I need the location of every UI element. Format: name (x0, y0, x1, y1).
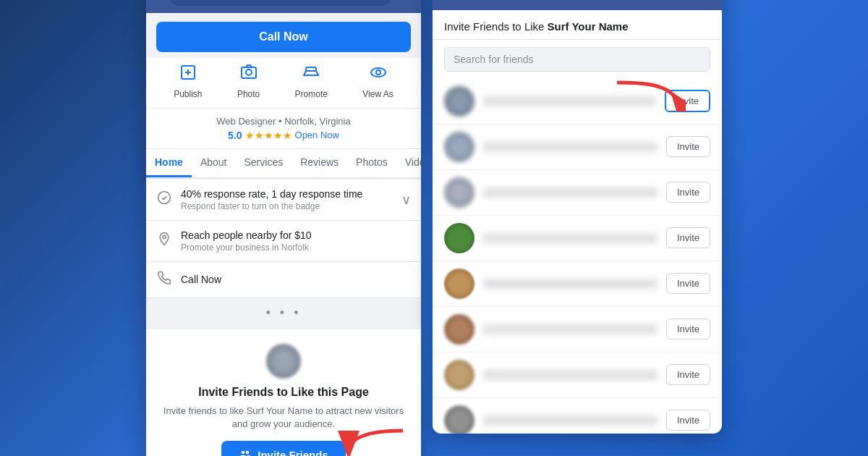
dots-separator: • • • (146, 298, 421, 328)
friend-avatar (444, 223, 475, 253)
rating-row: 5.0 ★★★★★ Open Now (156, 130, 411, 141)
tab-about[interactable]: About (192, 149, 236, 177)
tab-video[interactable]: Video (396, 149, 421, 177)
friend-name (483, 233, 658, 243)
location-icon (156, 232, 172, 250)
invite-button-3[interactable]: Invite (666, 182, 710, 203)
friend-name (483, 142, 658, 152)
friend-row: Invite (433, 352, 722, 398)
right-header: ‹ Invite Friends (433, 0, 722, 10)
reach-people-row[interactable]: Reach people nearby for $10 Promote your… (146, 221, 421, 262)
tab-home[interactable]: Home (146, 149, 192, 177)
open-now: Open Now (295, 130, 339, 140)
friend-name (483, 370, 658, 380)
friend-avatar (444, 360, 475, 390)
back-button-left[interactable]: ‹ (156, 0, 161, 3)
friend-name (483, 96, 656, 106)
invite-header-section: Invite Friends to Like Surf Your Name (433, 10, 722, 40)
friends-list: Invite Invite Inv (433, 79, 722, 434)
friend-avatar (444, 132, 475, 162)
friend-row: Invite (433, 307, 722, 352)
call-content: Call Now (181, 274, 411, 285)
page-subtitle: Web Designer • Norfolk, Virginia (156, 116, 411, 127)
photo-icon (240, 64, 258, 85)
stars: ★★★★★ (245, 130, 292, 141)
invite-button-4[interactable]: Invite (666, 227, 710, 248)
action-bar: Publish Photo (146, 58, 421, 109)
call-title: Call Now (181, 274, 411, 285)
invite-friends-icon (239, 448, 252, 456)
response-icon (156, 190, 172, 208)
friend-avatar (444, 314, 475, 345)
more-button[interactable]: ··· (400, 0, 411, 2)
response-sub: Respond faster to turn on the badge (181, 201, 393, 211)
friend-row: Invite (433, 170, 722, 216)
invite-friends-button[interactable]: Invite Friends (221, 441, 346, 456)
response-rate-row[interactable]: 40% response rate, 1 day response time R… (146, 180, 421, 221)
view-as-label: View As (362, 89, 393, 99)
publish-label: Publish (174, 89, 202, 99)
invite-section: Invite Friends to Like this Page Invite … (146, 329, 421, 456)
reach-content: Reach people nearby for $10 Promote your… (181, 229, 411, 253)
search-bar[interactable]: 🔍 Surf Your Name (169, 0, 393, 6)
invite-button-5[interactable]: Invite (666, 273, 710, 294)
friend-name (483, 187, 658, 198)
friend-avatar (444, 177, 475, 208)
friend-name (483, 324, 658, 334)
reach-sub: Promote your business in Norfolk (181, 242, 411, 253)
response-content: 40% response rate, 1 day response time R… (181, 188, 393, 211)
invite-button-2[interactable]: Invite (666, 136, 710, 157)
friend-name (483, 279, 658, 289)
svg-point-5 (158, 192, 171, 204)
nav-tabs: Home About Services Reviews Photos Video (146, 149, 421, 179)
invite-friends-label: Invite Friends (258, 449, 328, 456)
view-as-icon (370, 64, 387, 85)
invite-button-1[interactable]: Invite (665, 90, 710, 112)
tab-reviews[interactable]: Reviews (292, 149, 347, 177)
promote-action[interactable]: Promote (295, 64, 328, 99)
invite-header-text: Invite Friends to Like Surf Your Name (444, 20, 629, 33)
right-phone-panel: ‹ Invite Friends Invite Friends to Like … (433, 0, 722, 434)
friend-search-input[interactable]: Search for friends (444, 47, 710, 72)
left-phone-panel: ‹ 🔍 Surf Your Name ··· Call Now Publish (146, 0, 421, 456)
reach-title: Reach people nearby for $10 (181, 229, 411, 241)
publish-icon (179, 64, 197, 85)
promote-icon (302, 64, 320, 85)
svg-point-2 (246, 69, 252, 75)
invite-title: Invite Friends to Like this Page (161, 386, 407, 399)
info-list: 40% response rate, 1 day response time R… (146, 180, 421, 298)
call-now-button[interactable]: Call Now (156, 22, 411, 52)
search-text: Surf Your Name (196, 0, 273, 1)
invite-avatar (266, 344, 301, 379)
friend-row: Invite (433, 79, 722, 124)
publish-action[interactable]: Publish (174, 64, 202, 99)
friend-avatar (444, 269, 475, 299)
back-button-right[interactable]: ‹ (444, 0, 449, 1)
friend-row: Invite (433, 261, 722, 307)
invite-friends-title: Invite Friends (458, 0, 710, 1)
invite-button-6[interactable]: Invite (666, 318, 710, 339)
friend-row: Invite (433, 398, 722, 434)
left-header: ‹ 🔍 Surf Your Name ··· (146, 0, 421, 13)
friend-row: Invite (433, 124, 722, 170)
invite-button-8[interactable]: Invite (666, 410, 710, 431)
invite-button-7[interactable]: Invite (666, 364, 710, 385)
svg-point-4 (376, 70, 380, 75)
svg-point-3 (371, 68, 386, 77)
response-title: 40% response rate, 1 day response time (181, 188, 393, 200)
tab-photos[interactable]: Photos (347, 149, 396, 177)
rating-number: 5.0 (228, 130, 242, 141)
svg-point-6 (163, 236, 166, 239)
photo-action[interactable]: Photo (237, 64, 260, 99)
friend-avatar (444, 86, 475, 117)
chevron-icon: ∨ (401, 192, 411, 208)
invite-description: Invite friends to like Surf Your Name to… (161, 405, 407, 431)
friend-avatar (444, 405, 475, 434)
tab-services[interactable]: Services (236, 149, 292, 177)
friend-row: Invite (433, 216, 722, 261)
call-now-row[interactable]: Call Now (146, 262, 421, 298)
view-as-action[interactable]: View As (362, 64, 393, 99)
promote-label: Promote (295, 89, 328, 99)
phone-icon (156, 271, 172, 289)
page-info: Web Designer • Norfolk, Virginia 5.0 ★★★… (146, 109, 421, 149)
